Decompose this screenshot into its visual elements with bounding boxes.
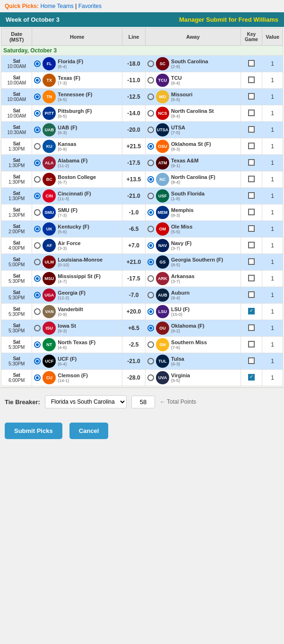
key-game-cell[interactable] bbox=[241, 138, 262, 155]
key-game-checkbox[interactable] bbox=[248, 126, 255, 133]
key-game-cell[interactable] bbox=[241, 337, 262, 353]
key-game-checkbox[interactable] bbox=[248, 374, 255, 381]
away-radio[interactable] bbox=[147, 358, 154, 364]
away-radio[interactable] bbox=[147, 176, 154, 183]
key-game-cell[interactable] bbox=[241, 320, 262, 337]
away-radio[interactable] bbox=[147, 77, 154, 84]
key-game-cell[interactable] bbox=[241, 105, 262, 122]
key-game-checkbox[interactable] bbox=[248, 291, 255, 298]
home-radio[interactable] bbox=[34, 358, 41, 364]
home-radio[interactable] bbox=[34, 110, 41, 117]
home-radio[interactable] bbox=[34, 193, 41, 199]
key-game-cell[interactable] bbox=[241, 353, 262, 370]
home-radio[interactable] bbox=[34, 242, 41, 249]
home-header: Home bbox=[32, 28, 122, 46]
away-team-record: (8-5) bbox=[171, 263, 223, 267]
home-radio[interactable] bbox=[34, 160, 41, 166]
home-radio[interactable] bbox=[34, 143, 41, 150]
home-radio[interactable] bbox=[34, 341, 41, 348]
key-game-cell[interactable] bbox=[241, 204, 262, 221]
key-game-checkbox[interactable] bbox=[248, 275, 255, 281]
away-team-name: LSU (F) bbox=[171, 306, 189, 312]
key-game-cell[interactable] bbox=[241, 89, 262, 105]
away-radio[interactable] bbox=[147, 60, 154, 67]
away-team-name: North Carolina St bbox=[171, 108, 214, 114]
key-game-cell[interactable] bbox=[241, 171, 262, 188]
away-radio[interactable] bbox=[147, 193, 154, 199]
key-game-checkbox[interactable] bbox=[248, 308, 255, 314]
away-radio[interactable] bbox=[147, 143, 154, 150]
tie-breaker-score[interactable] bbox=[131, 396, 155, 408]
away-team-record: (8-4) bbox=[171, 114, 214, 119]
key-game-cell[interactable] bbox=[241, 287, 262, 304]
away-team-record: (6-3) bbox=[171, 362, 184, 366]
key-game-cell[interactable] bbox=[241, 188, 262, 204]
key-game-checkbox[interactable] bbox=[248, 209, 255, 215]
key-game-cell[interactable] bbox=[241, 56, 262, 72]
tie-breaker-select[interactable]: Florida vs South Carolina bbox=[45, 395, 127, 408]
home-radio[interactable] bbox=[34, 176, 41, 183]
key-game-checkbox[interactable] bbox=[248, 143, 255, 149]
key-game-checkbox[interactable] bbox=[248, 110, 255, 116]
away-team-name: Auburn bbox=[171, 290, 189, 296]
home-radio[interactable] bbox=[34, 325, 41, 331]
home-radio[interactable] bbox=[34, 292, 41, 298]
home-radio[interactable] bbox=[34, 127, 41, 133]
home-radio[interactable] bbox=[34, 77, 41, 84]
game-date-cell: Sat1:30PM bbox=[1, 138, 32, 155]
away-radio[interactable] bbox=[147, 308, 154, 315]
key-game-cell[interactable] bbox=[241, 221, 262, 237]
home-radio[interactable] bbox=[34, 308, 41, 315]
home-radio[interactable] bbox=[34, 275, 41, 282]
game-line: -12.5 bbox=[122, 89, 146, 105]
away-radio[interactable] bbox=[147, 242, 154, 249]
game-date-cell: Sat10:00AM bbox=[1, 56, 32, 72]
key-game-cell[interactable] bbox=[241, 72, 262, 89]
key-game-cell[interactable] bbox=[241, 304, 262, 320]
away-radio[interactable] bbox=[147, 374, 154, 381]
away-radio[interactable] bbox=[147, 325, 154, 331]
key-game-checkbox[interactable] bbox=[248, 242, 255, 248]
favorites-link[interactable]: Favorites bbox=[78, 3, 102, 9]
key-game-checkbox[interactable] bbox=[248, 93, 255, 100]
key-game-checkbox[interactable] bbox=[248, 76, 255, 83]
key-game-checkbox[interactable] bbox=[248, 341, 255, 347]
key-game-checkbox[interactable] bbox=[248, 225, 255, 232]
key-game-checkbox[interactable] bbox=[248, 60, 255, 67]
key-game-checkbox[interactable] bbox=[248, 176, 255, 182]
game-away-cell: SMSouthern Miss(7-6) bbox=[146, 337, 241, 353]
cancel-button[interactable]: Cancel bbox=[69, 423, 109, 439]
away-radio[interactable] bbox=[147, 160, 154, 166]
game-value: 1 bbox=[262, 204, 283, 221]
game-value: 1 bbox=[262, 320, 283, 337]
away-radio[interactable] bbox=[147, 275, 154, 282]
key-game-cell[interactable] bbox=[241, 254, 262, 271]
home-radio[interactable] bbox=[34, 259, 41, 265]
key-game-checkbox[interactable] bbox=[248, 192, 255, 199]
key-game-checkbox[interactable] bbox=[248, 324, 255, 331]
table-row: Sat5:30PMVANVanderbilt(0-9)+20.0LSULSU (… bbox=[1, 304, 283, 320]
home-radio[interactable] bbox=[34, 209, 41, 216]
away-radio[interactable] bbox=[147, 259, 154, 265]
away-radio[interactable] bbox=[147, 292, 154, 298]
home-radio[interactable] bbox=[34, 374, 41, 381]
away-radio[interactable] bbox=[147, 209, 154, 216]
away-radio[interactable] bbox=[147, 341, 154, 348]
key-game-checkbox[interactable] bbox=[248, 159, 255, 166]
key-game-cell[interactable] bbox=[241, 271, 262, 287]
away-radio[interactable] bbox=[147, 226, 154, 232]
key-game-checkbox[interactable] bbox=[248, 258, 255, 265]
submit-picks-button[interactable]: Submit Picks bbox=[5, 423, 62, 439]
key-game-cell[interactable] bbox=[241, 237, 262, 254]
away-radio[interactable] bbox=[147, 110, 154, 117]
key-game-cell[interactable] bbox=[241, 370, 262, 386]
home-radio[interactable] bbox=[34, 226, 41, 232]
home-radio[interactable] bbox=[34, 60, 41, 67]
key-game-checkbox[interactable] bbox=[248, 357, 255, 364]
home-radio[interactable] bbox=[34, 93, 41, 100]
away-radio[interactable] bbox=[147, 93, 154, 100]
key-game-cell[interactable] bbox=[241, 155, 262, 171]
key-game-cell[interactable] bbox=[241, 122, 262, 138]
away-radio[interactable] bbox=[147, 127, 154, 133]
home-teams-link[interactable]: Home Teams bbox=[40, 3, 73, 9]
